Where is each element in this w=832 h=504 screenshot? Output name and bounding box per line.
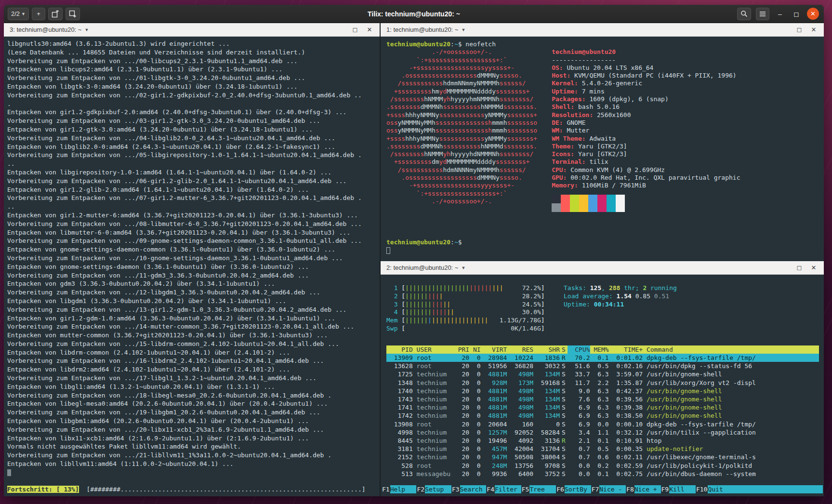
add-session-button[interactable]: + — [32, 8, 45, 20]
progress-line: Fortschritt: [ 13%] [########...........… — [7, 485, 380, 494]
cell: 4881M — [481, 395, 507, 403]
htop-terminal[interactable]: 1[||||||||||||||||||||||||||72.2%]2[||||… — [381, 275, 824, 496]
fkey-key[interactable]: F1 — [382, 485, 390, 493]
neofetch-output: .-/+oossssoo+/-. `:+ssssssssssssssssss+:… — [386, 48, 820, 212]
fkey-key[interactable]: F10 — [696, 485, 708, 493]
minimize-button[interactable]: – — [774, 8, 786, 20]
text-segment: -+ssssssssssssssssssyyssss+- — [386, 64, 515, 71]
neofetch-info-line: Kernel: 5.4.0-26-generic — [552, 80, 820, 87]
column-header-command[interactable]: Command — [643, 345, 819, 354]
window-titlebar[interactable]: 2/2 ▼ + Tilix: technium@ubuntu20: ~ — [4, 5, 824, 23]
process-row[interactable]: 513messagebu200993664003752S0.00.10:02.7… — [386, 470, 819, 478]
pane-top-right-title-dropdown[interactable]: 1: technium@ubuntu20: ~ ▼ — [384, 26, 465, 33]
fkey-key[interactable]: F7 — [591, 485, 600, 493]
ascii-art-line: .-/+oossssoo+/-. — [386, 48, 537, 56]
fkey-key[interactable]: F8 — [626, 485, 634, 493]
maximize-button[interactable]: ◻ — [791, 8, 802, 20]
column-header-time[interactable]: TIME+ — [609, 345, 643, 354]
cell: 19496 — [481, 437, 507, 445]
fkey-filter[interactable]: Filter — [495, 485, 521, 493]
cell: 4881M — [481, 387, 507, 395]
fkey-key[interactable]: F6 — [556, 485, 565, 493]
process-row[interactable]: 1725technium2004881M498M134MS33.76.33:59… — [386, 370, 819, 378]
cell: S — [560, 470, 568, 478]
pane-bottom-right-title-dropdown[interactable]: 2: technium@ubuntu20: ~ ▼ — [384, 264, 465, 271]
pane-maximize-button[interactable]: ◻ — [793, 26, 806, 33]
add-terminal-right-button[interactable] — [48, 8, 63, 20]
left-terminal[interactable]: libgnutls30:amd64 (3.6.13-2ubuntu1.3) wi… — [4, 37, 380, 496]
fkey-nice[interactable]: Nice - — [599, 485, 626, 493]
cell: 0 — [469, 370, 480, 378]
pane-close-button[interactable]: ✕ — [807, 26, 820, 33]
text-segment: yd — [439, 88, 447, 95]
process-row[interactable]: 3181technium200457M4200431704S0.70.50:00… — [386, 445, 819, 453]
cell: 38004 — [533, 453, 560, 461]
process-row[interactable]: 4998technium2001257M9205258284S3.41.10:3… — [386, 428, 819, 437]
fkey-nice[interactable]: Nice + — [634, 485, 661, 493]
process-row[interactable]: 13628root20051956368283032S51.60.50:02.1… — [386, 362, 819, 370]
column-header-ni[interactable]: NI — [469, 345, 480, 354]
meter-bars: |||||||||||||||||||||||||| — [405, 284, 522, 292]
neofetch-terminal[interactable]: technium@ubuntu20:~$ neofetch .-/+oossss… — [381, 37, 824, 261]
pane-left-title-dropdown[interactable]: 3: technium@ubuntu20: ~ ▼ — [8, 26, 89, 33]
add-terminal-down-button[interactable] — [66, 8, 80, 20]
fkey-key[interactable]: F2 — [416, 485, 425, 493]
fkey-kill[interactable]: Kill — [669, 485, 696, 493]
window-title: Tilix: technium@ubuntu20: ~ — [4, 10, 824, 18]
process-row[interactable]: 8445technium2001949640923136R2.10.10:10.… — [386, 437, 819, 445]
process-row[interactable]: 1740technium2004881M498M134MS9.06.30:42.… — [386, 387, 819, 395]
fkey-help[interactable]: Help — [390, 485, 417, 493]
column-header-cpu[interactable]: CPU% — [568, 345, 590, 354]
text-segment: ssssssss+ — [496, 88, 529, 95]
meter-bar-segment: | — [428, 317, 432, 324]
column-header-pid[interactable]: PID — [386, 345, 413, 354]
process-row[interactable]: 13909root20028984102241836R70.20.10:01.0… — [386, 354, 819, 362]
process-row[interactable]: 13908root200206041600S6.90.00:00.10dpkg-… — [386, 420, 819, 428]
color-swatch — [579, 203, 588, 212]
fkey-key[interactable]: F4 — [486, 485, 495, 493]
column-header-pri[interactable]: PRI — [450, 345, 469, 354]
process-row[interactable]: 1743technium2004881M498M134MS7.66.30:39.… — [386, 395, 819, 403]
fkey-key[interactable]: F5 — [521, 485, 530, 493]
search-button[interactable] — [737, 8, 751, 20]
fkey-search[interactable]: Search — [460, 485, 487, 493]
cell: 4881M — [481, 411, 507, 420]
chevron-down-icon: ▼ — [84, 27, 89, 32]
pane-close-button[interactable]: ✕ — [363, 26, 376, 33]
column-header-res[interactable]: RES — [507, 345, 533, 354]
process-row[interactable]: 1741technium2004881M498M134MS6.96.30:39.… — [386, 403, 819, 411]
column-header-shr[interactable]: SHR — [533, 345, 560, 354]
column-header-mem[interactable]: MEM% — [590, 345, 609, 354]
prompt-text: technium@ubuntu20:~$ neofetch — [386, 40, 820, 48]
column-header-s[interactable]: S — [560, 345, 568, 354]
fkey-tree[interactable]: Tree — [529, 485, 556, 493]
terminal-line: Vorbereitung zum Entpacken von .../05-li… — [7, 151, 380, 159]
text-segment: .ossssssssssssssssss — [386, 174, 477, 181]
pane-close-button[interactable]: ✕ — [807, 264, 820, 271]
menu-button[interactable] — [756, 8, 769, 20]
fkey-sortby[interactable]: SortBy — [565, 485, 591, 493]
close-button[interactable]: ✕ — [807, 8, 819, 20]
fkey-quit[interactable]: Quit — [708, 485, 823, 493]
pane-maximize-button[interactable]: ◻ — [349, 26, 361, 33]
column-header-user[interactable]: USER — [413, 345, 450, 354]
pane-maximize-button[interactable]: ◻ — [793, 264, 806, 271]
text-segment: +sssssssss — [386, 88, 432, 95]
fkey-setup[interactable]: Setup — [425, 485, 451, 493]
fkey-key[interactable]: F3 — [451, 485, 460, 493]
text-segment: oss — [386, 119, 397, 126]
column-header-virt[interactable]: VIRT — [481, 345, 507, 354]
process-row[interactable]: 1348technium200928M173M59168S11.72.21:35… — [386, 379, 819, 387]
text-segment: $ — [458, 239, 466, 246]
fkey-key[interactable]: F9 — [661, 485, 670, 493]
cell: 0 — [469, 411, 480, 420]
process-row[interactable]: 1742technium2004881M498M134MS6.96.30:38.… — [386, 411, 819, 420]
process-row[interactable]: 2152technium200947M5050838004S0.70.60:02… — [386, 453, 819, 461]
text-segment: dm — [432, 158, 439, 165]
color-swatch — [588, 203, 597, 212]
session-switcher-button[interactable]: 2/2 ▼ — [8, 8, 29, 20]
cell: 9.0 — [568, 387, 590, 395]
text-segment: 0.85 — [635, 292, 654, 300]
process-row[interactable]: 528root200248M137569708S0.00.20:02.59/us… — [386, 462, 819, 470]
meter-label: Mem — [386, 317, 397, 325]
